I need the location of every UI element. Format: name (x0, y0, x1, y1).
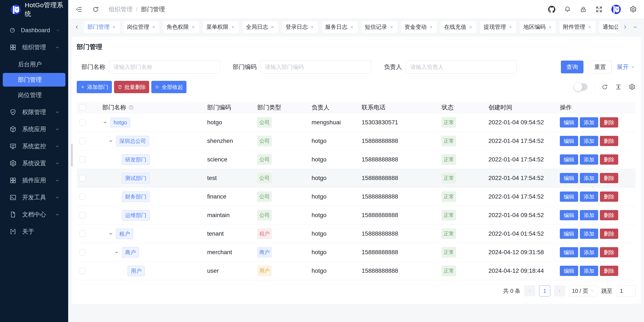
notification-bell-icon[interactable] (564, 6, 571, 13)
app-logo[interactable]: HotGo管理系统 (0, 0, 68, 19)
tab-item-3[interactable]: 菜单权限 (203, 21, 239, 33)
row-checkbox[interactable] (79, 119, 86, 126)
tab-item-10[interactable]: 提现管理 (480, 21, 516, 33)
row-checkbox[interactable] (79, 230, 86, 237)
page-jump-input[interactable] (616, 285, 636, 296)
sidebar-item-4[interactable]: 系统监控 (0, 138, 68, 155)
department-name-tag[interactable]: 租户 (116, 229, 133, 239)
row-checkbox[interactable] (79, 249, 86, 255)
row-checkbox[interactable] (79, 175, 86, 181)
delete-button[interactable]: 删除 (600, 117, 618, 128)
tab-item-4[interactable]: 全局日志 (242, 21, 278, 33)
delete-button[interactable]: 删除 (600, 229, 618, 239)
collapse-all-button[interactable]: 全部收起 (151, 81, 186, 93)
add-button[interactable]: 添加 (580, 154, 598, 165)
tab-item-5[interactable]: 登录日志 (282, 21, 318, 33)
add-department-button[interactable]: 添加部门 (77, 81, 112, 93)
tab-item-7[interactable]: 短信记录 (362, 21, 397, 33)
tab-close-icon[interactable] (468, 25, 473, 30)
department-name-tag[interactable]: 商户 (122, 247, 139, 258)
department-name-tag[interactable]: hotgo (110, 118, 130, 127)
dept-code-input[interactable] (260, 60, 371, 74)
department-name-tag[interactable]: 用户 (128, 266, 145, 276)
batch-delete-button[interactable]: 批量删除 (114, 81, 149, 93)
tab-item-0[interactable]: 部门管理 (84, 21, 120, 33)
tab-close-icon[interactable] (548, 25, 552, 30)
tab-item-2[interactable]: 角色权限 (163, 21, 199, 33)
department-name-tag[interactable]: 运维部门 (122, 210, 150, 220)
sidebar-subitem-1-0[interactable]: 后台用户 (3, 58, 66, 71)
delete-button[interactable]: 删除 (600, 136, 618, 146)
sidebar-subitem-1-1[interactable]: 部门管理 (3, 73, 66, 87)
tab-close-icon[interactable] (151, 25, 156, 30)
tabs-scroll-left-icon[interactable] (74, 24, 80, 30)
edit-button[interactable]: 编辑 (560, 210, 578, 220)
add-button[interactable]: 添加 (580, 173, 598, 183)
row-height-icon[interactable] (615, 84, 622, 90)
add-button[interactable]: 添加 (580, 191, 598, 202)
reset-button[interactable]: 重置 (588, 61, 612, 73)
expand-toggle[interactable]: 展开 (617, 63, 636, 71)
row-checkbox[interactable] (79, 193, 86, 200)
delete-button[interactable]: 删除 (600, 210, 618, 220)
sidebar-item-3[interactable]: 系统应用 (0, 121, 68, 138)
row-expand-arrow-icon[interactable] (108, 138, 114, 144)
tab-close-icon[interactable] (270, 25, 275, 30)
reload-icon[interactable] (92, 6, 99, 13)
row-checkbox[interactable] (79, 138, 86, 144)
row-checkbox[interactable] (79, 156, 86, 163)
department-name-tag[interactable]: 深圳总公司 (116, 136, 149, 146)
tab-item-8[interactable]: 资金变动 (401, 21, 437, 33)
edit-button[interactable]: 编辑 (560, 247, 578, 257)
github-icon[interactable] (548, 6, 555, 13)
breadcrumb-parent[interactable]: 组织管理 (109, 5, 132, 14)
department-name-tag[interactable]: 测试部门 (122, 173, 150, 183)
select-all-checkbox[interactable] (79, 104, 86, 111)
delete-button[interactable]: 删除 (600, 266, 618, 276)
department-name-tag[interactable]: 研发部门 (122, 154, 150, 165)
sidebar-item-8[interactable]: 文档中心 (0, 206, 68, 223)
prev-page-button[interactable] (524, 285, 535, 296)
add-button[interactable]: 添加 (580, 210, 598, 220)
row-expand-arrow-icon[interactable] (114, 249, 119, 255)
edit-button[interactable]: 编辑 (560, 191, 578, 202)
edit-button[interactable]: 编辑 (560, 173, 578, 183)
column-settings-gear-icon[interactable] (629, 84, 636, 90)
sidebar-item-5[interactable]: 系统设置 (0, 155, 68, 172)
tab-close-icon[interactable] (389, 25, 394, 30)
sidebar-scrollbar-thumb[interactable] (71, 144, 73, 166)
sidebar-item-9[interactable]: 关于 (0, 223, 68, 240)
tab-close-icon[interactable] (429, 25, 434, 30)
add-button[interactable]: 添加 (580, 117, 598, 128)
delete-button[interactable]: 删除 (600, 154, 618, 165)
tab-item-13[interactable]: 通知公告 (599, 21, 618, 33)
sidebar-item-6[interactable]: 插件应用 (0, 172, 68, 189)
tabs-menu-icon[interactable] (632, 24, 638, 30)
next-page-button[interactable] (554, 285, 565, 296)
sidebar-item-0[interactable]: Dashboard (0, 22, 68, 39)
owner-input[interactable] (406, 60, 516, 74)
striped-toggle[interactable] (574, 83, 588, 91)
tab-close-icon[interactable] (587, 25, 592, 30)
tab-item-6[interactable]: 服务日志 (322, 21, 358, 33)
add-button[interactable]: 添加 (580, 136, 598, 146)
dept-name-input[interactable] (109, 60, 220, 74)
tab-item-12[interactable]: 附件管理 (560, 21, 596, 33)
sidebar-item-7[interactable]: 开发工具 (0, 189, 68, 206)
tab-close-icon[interactable] (191, 25, 196, 30)
current-page-button[interactable]: 1 (539, 285, 550, 296)
edit-button[interactable]: 编辑 (560, 136, 578, 146)
delete-button[interactable]: 删除 (600, 191, 618, 202)
sidebar-subitem-1-2[interactable]: 岗位管理 (3, 88, 66, 102)
tab-item-9[interactable]: 在线充值 (441, 21, 476, 33)
sidebar-item-1[interactable]: 组织管理 (0, 39, 68, 56)
row-expand-arrow-icon[interactable] (102, 120, 108, 125)
tab-item-11[interactable]: 地区编码 (520, 21, 556, 33)
delete-button[interactable]: 删除 (600, 247, 618, 257)
edit-button[interactable]: 编辑 (560, 266, 578, 276)
tab-close-icon[interactable] (310, 25, 314, 30)
refresh-table-icon[interactable] (602, 84, 608, 90)
sidebar-item-2[interactable]: 权限管理 (0, 104, 68, 121)
row-checkbox[interactable] (79, 212, 86, 218)
lock-screen-icon[interactable] (580, 6, 587, 13)
